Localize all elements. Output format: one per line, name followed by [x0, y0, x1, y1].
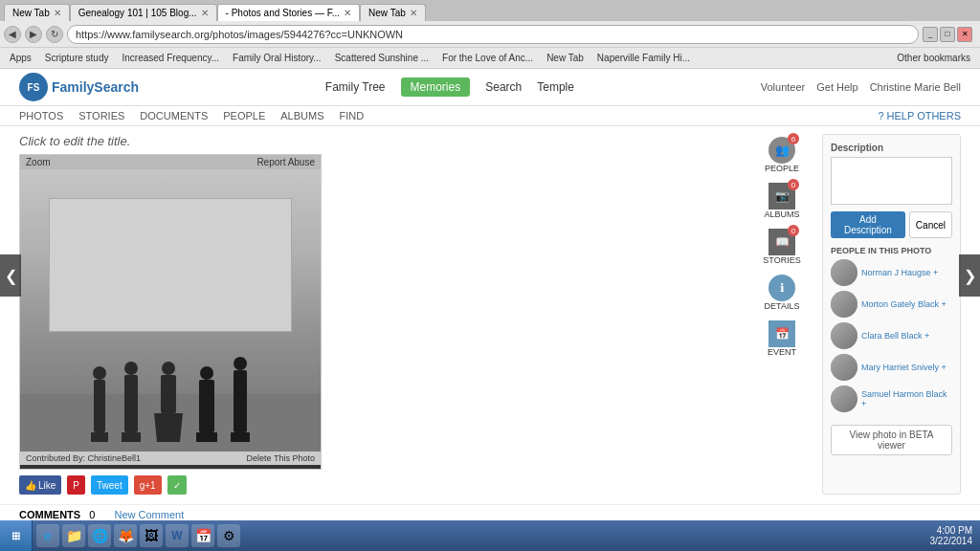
nav-temple[interactable]: Temple — [537, 80, 574, 94]
person-item-5: Samuel Harmon Black + — [831, 386, 952, 412]
tab-close-3[interactable]: ✕ — [344, 8, 351, 18]
address-bar[interactable]: https://www.familysearch.org/photos/imag… — [67, 25, 919, 44]
maximize-button[interactable]: □ — [940, 27, 955, 42]
comments-label: COMMENTS 0 — [19, 509, 95, 520]
nav-memories[interactable]: Memories — [401, 77, 471, 97]
side-icon-details-label: DETAILS — [765, 301, 800, 311]
bookmark-love[interactable]: For the Love of Anc... — [438, 53, 537, 63]
album-icon: 📷 — [775, 189, 790, 203]
taskbar-ie-icon[interactable]: e — [36, 524, 59, 547]
description-textarea[interactable] — [831, 157, 952, 205]
taskbar-settings-icon[interactable]: ⚙ — [217, 524, 240, 547]
contributed-by: Contributed By: ChristineBell1 — [26, 453, 141, 463]
taskbar-explorer-icon[interactable]: 📁 — [62, 524, 85, 547]
albums-icon: 📷 0 — [768, 183, 795, 209]
photo-wrapper: Zoom Report Abuse — [19, 154, 322, 470]
story-icon: 📖 — [775, 235, 790, 249]
nav-family-tree[interactable]: Family Tree — [325, 80, 386, 94]
add-description-button[interactable]: Add Description — [831, 211, 905, 238]
main-nav: Family Tree Memories Search Temple — [325, 77, 574, 97]
event-icon: 📅 — [768, 320, 795, 347]
beta-viewer-button[interactable]: View photo in BETA viewer — [831, 425, 952, 455]
side-icons: 👥 6 PEOPLE 📷 0 ALBUMS 📖 0 STORIES — [753, 134, 811, 495]
bookmark-frequency[interactable]: Increased Frequency... — [119, 53, 224, 63]
sub-nav-albums[interactable]: ALBUMS — [280, 110, 323, 121]
forward-button[interactable]: ▶ — [25, 26, 42, 43]
back-button[interactable]: ◀ — [4, 26, 21, 43]
get-help-link[interactable]: Get Help — [816, 81, 858, 93]
person-name-1[interactable]: Norman J Haugse + — [861, 268, 938, 277]
user-name[interactable]: Christine Marie Bell — [870, 81, 961, 93]
tab-label: - Photos and Stories — F... — [226, 8, 341, 18]
zoom-button[interactable]: Zoom — [26, 157, 51, 167]
side-icon-stories[interactable]: 📖 0 STORIES — [753, 226, 811, 268]
taskbar-chrome-icon[interactable]: 🌐 — [88, 524, 111, 547]
bookmark-apps[interactable]: Apps — [6, 53, 35, 63]
taskbar-word-icon[interactable]: W — [166, 524, 189, 547]
share-button[interactable]: ✓ — [167, 475, 187, 495]
tweet-button[interactable]: Tweet — [91, 475, 128, 495]
person-name-4[interactable]: Mary Harriet Snively + — [861, 363, 947, 372]
nav-arrow-left[interactable]: ❮ — [0, 254, 21, 297]
volunteer-link[interactable]: Volunteer — [761, 81, 805, 93]
bookmark-sunshine[interactable]: Scattered Sunshine ... — [331, 53, 433, 63]
close-button[interactable]: ✕ — [957, 27, 972, 42]
taskbar-photo-icon[interactable]: 🖼 — [140, 524, 163, 547]
bookmark-scripture[interactable]: Scripture study — [41, 53, 113, 63]
nav-search[interactable]: Search — [485, 80, 522, 94]
sub-nav-photos[interactable]: PHOTOS — [19, 110, 63, 121]
side-icon-details[interactable]: ℹ DETAILS — [753, 272, 811, 314]
url-text: https://www.familysearch.org/photos/imag… — [76, 29, 403, 40]
side-icon-event[interactable]: 📅 EVENT — [753, 318, 811, 360]
photo-area: Click to edit the title. Zoom Report Abu… — [19, 134, 742, 495]
bookmark-naperville[interactable]: Naperville Family Hi... — [593, 53, 694, 63]
sub-nav-find[interactable]: FIND — [340, 110, 365, 121]
taskbar-firefox-icon[interactable]: 🦊 — [114, 524, 137, 547]
pinterest-button[interactable]: P — [67, 475, 85, 495]
person-item-3: Clara Bell Black + — [831, 322, 952, 349]
start-button[interactable]: ⊞ — [0, 520, 33, 551]
side-icon-albums[interactable]: 📷 0 ALBUMS — [753, 180, 811, 222]
browser-tab-3[interactable]: - Photos and Stories — F... ✕ — [217, 4, 361, 21]
people-in-photo-title: PEOPLE IN THIS PHOTO — [831, 246, 952, 255]
tab-label: New Tab — [12, 8, 50, 18]
nav-arrow-right[interactable]: ❯ — [959, 254, 980, 297]
help-others[interactable]: ? HELP OTHERS — [878, 110, 961, 121]
person-name-2[interactable]: Morton Gately Black + — [861, 299, 947, 309]
browser-tab-2[interactable]: Genealogy 101 | 105 Blog... ✕ — [70, 4, 217, 21]
person-avatar-5 — [831, 386, 858, 412]
report-abuse-button[interactable]: Report Abuse — [256, 157, 315, 167]
sub-nav-documents[interactable]: DOCUMENTS — [140, 110, 208, 121]
facebook-like-button[interactable]: 👍 Like — [19, 475, 61, 495]
minimize-button[interactable]: _ — [923, 27, 938, 42]
cancel-description-button[interactable]: Cancel — [909, 211, 952, 238]
browser-tab-4[interactable]: New Tab ✕ — [360, 4, 426, 21]
help-others-label: HELP OTHERS — [887, 110, 961, 121]
person-name-5[interactable]: Samuel Harmon Black + — [861, 389, 952, 408]
browser-tab-1[interactable]: New Tab ✕ — [4, 4, 70, 21]
new-comment-button[interactable]: New Comment — [114, 509, 184, 520]
sub-nav-stories[interactable]: STORIES — [78, 110, 124, 121]
reload-button[interactable]: ↻ — [46, 26, 63, 43]
bookmark-oral[interactable]: Family Oral History... — [229, 53, 325, 63]
bookmark-newtab[interactable]: New Tab — [543, 53, 588, 63]
browser-tabs: New Tab ✕ Genealogy 101 | 105 Blog... ✕ … — [0, 0, 980, 21]
sub-nav-people[interactable]: PEOPLE — [223, 110, 265, 121]
bookmark-other[interactable]: Other bookmarks — [893, 53, 974, 63]
people-circle-icon: 👥 6 — [768, 137, 795, 164]
tab-close-4[interactable]: ✕ — [410, 8, 417, 18]
edit-title[interactable]: Click to edit the title. — [19, 134, 742, 148]
google-plus-button[interactable]: g+1 — [134, 475, 162, 495]
side-icon-event-label: EVENT — [768, 347, 796, 357]
tab-close-1[interactable]: ✕ — [54, 8, 61, 18]
person-item-2: Morton Gately Black + — [831, 291, 952, 318]
person-name-3[interactable]: Clara Bell Black + — [861, 331, 929, 341]
stories-badge: 0 — [788, 225, 799, 236]
side-icon-people[interactable]: 👥 6 PEOPLE — [753, 134, 811, 176]
tab-close-2[interactable]: ✕ — [201, 8, 209, 18]
people-icon: 👥 — [775, 143, 790, 157]
calendar-icon: 📅 — [775, 327, 790, 341]
taskbar-calendar-icon[interactable]: 📅 — [191, 524, 214, 547]
taskbar-time: 4:00 PM — [937, 525, 972, 536]
delete-photo-button[interactable]: Delete This Photo — [247, 453, 315, 463]
